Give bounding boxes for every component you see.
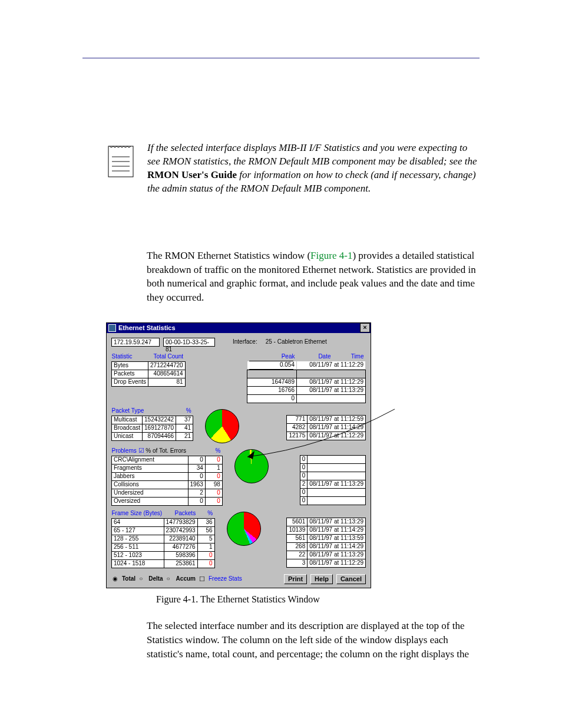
peak-table-stats: Peak Date Time % Load 0.054 0.05408/11/9… — [247, 353, 366, 403]
cancel-button[interactable]: Cancel — [336, 574, 366, 584]
radio-accum-label: Accum — [176, 576, 196, 582]
figure-4-1: Ethernet Statistics × 172.19.59.247 00-0… — [106, 322, 480, 605]
table-row: 0 — [300, 488, 365, 496]
table-row: 0 — [300, 455, 365, 463]
note-icon — [106, 141, 135, 196]
table-row: Broadcast16912787041 — [112, 424, 193, 432]
table-row: 512 - 10235983960 — [112, 551, 215, 559]
table-row: 1676608/11/97 at 11:13:29 — [247, 386, 366, 394]
stat-hdr-a: Statistic — [112, 353, 148, 362]
peak-table-frames: 560108/11/97 at 11:13:29 1013908/11/97 a… — [286, 509, 366, 568]
table-row: 6414779382936 — [112, 518, 215, 526]
note-part1: If the selected interface displays MIB-I… — [147, 142, 477, 167]
table-row: 308/11/97 at 11:12:29 — [287, 559, 366, 567]
pct-hdr: % — [176, 407, 193, 416]
figure-caption: Figure 4-1. The Ethernet Statistics Wind… — [106, 594, 370, 605]
packet-type-table: Packet Type % Multicast15243224237 Broad… — [111, 407, 193, 441]
table-row: 77108/11/97 at 11:12:59 — [287, 415, 366, 423]
freeze-stats-checkbox[interactable] — [199, 576, 205, 582]
pct-hdr: % — [205, 447, 222, 456]
table-row: Undersized20 — [112, 489, 223, 497]
note-bold: RMON User's Guide — [147, 169, 237, 180]
peak-table-probs: 0 0 0 208/11/97 at 11:13:29 0 0 — [300, 447, 366, 505]
table-row: Oversized00 — [112, 497, 223, 505]
print-button[interactable]: Print — [284, 574, 307, 584]
pct-errors-checkbox[interactable]: ☑ — [138, 447, 144, 454]
table-row: Packets408654614 — [112, 370, 186, 378]
table-row: 26808/11/97 at 11:14:29 — [287, 542, 366, 551]
table-row: 428208/11/97 at 11:14:29 — [287, 423, 366, 431]
table-row: 1024 - 15182538610 — [112, 559, 215, 568]
para1-pre: The RMON Ethernet Statistics window ( — [147, 250, 310, 261]
address-row: 172.19.59.247 00-00-1D-33-25-81 Interfac… — [111, 338, 366, 347]
note-text: If the selected interface displays MIB-I… — [147, 141, 480, 196]
table-row: 1217508/11/97 at 11:12:29 — [287, 431, 366, 440]
date-hdr: Date — [297, 353, 333, 361]
table-row: 560108/11/97 at 11:13:29 — [287, 518, 366, 526]
table-row: Bytes2712244720 — [112, 361, 186, 370]
table-row: 0 — [300, 472, 365, 480]
note-block: If the selected interface displays MIB-I… — [106, 141, 480, 196]
table-row: Fragments341 — [112, 464, 223, 472]
fs-hdr-b: Packets — [164, 509, 197, 519]
frame-size-table: Frame Size (Bytes) Packets % 64147793829… — [111, 509, 215, 568]
table-row: 0 — [300, 463, 365, 472]
radio-total[interactable] — [113, 576, 118, 582]
ethernet-statistics-window: Ethernet Statistics × 172.19.59.247 00-0… — [106, 322, 371, 588]
peak-hdr: Peak — [247, 353, 297, 361]
help-button[interactable]: Help — [310, 574, 333, 584]
titlebar: Ethernet Statistics × — [107, 323, 371, 333]
window-title: Ethernet Statistics — [118, 325, 176, 331]
header-rule — [82, 58, 480, 58]
page: If the selected interface displays MIB-I… — [0, 0, 562, 728]
table-row: 1013908/11/97 at 11:14:29 — [287, 526, 366, 534]
interface-value: 25 - Cabletron Ethernet — [266, 339, 327, 345]
problems-pie-icon — [234, 449, 269, 483]
radio-total-label: Total — [122, 576, 135, 582]
time-hdr: Time — [333, 353, 366, 361]
stat-hdr-b: Total Count — [148, 353, 186, 362]
table-row: Drop Events81 — [112, 378, 186, 386]
close-icon[interactable]: × — [360, 323, 370, 332]
problems-table: Problems ☑ % of Tot. Errors % CRC\Alignm… — [111, 447, 223, 506]
fs-hdr-a: Frame Size (Bytes) — [112, 509, 164, 519]
interface-label: Interface: — [233, 339, 257, 345]
table-row: Multicast15243224237 — [112, 416, 193, 424]
table-row: 256 - 51146772761 — [112, 543, 215, 551]
fs-hdr-c: % — [197, 509, 214, 519]
radio-delta-label: Delta — [148, 576, 163, 582]
table-row: 0.05408/11/97 at 11:12:29 — [247, 361, 366, 369]
frame-size-pie-icon — [227, 512, 261, 546]
bottom-bar: Total Delta Accum Freeze Stats Print Hel… — [111, 573, 366, 584]
table-row: 56108/11/97 at 11:13:59 — [287, 534, 366, 542]
table-row: 0 — [300, 496, 365, 505]
statistic-table: Statistic Total Count Bytes2712244720 Pa… — [111, 353, 186, 387]
ip-field: 172.19.59.247 — [111, 338, 160, 347]
intro-paragraph: The RMON Ethernet Statistics window (Fig… — [147, 249, 480, 305]
problems-hdr: Problems ☑ % of Tot. Errors — [112, 447, 189, 456]
packet-type-pie-icon — [205, 409, 239, 443]
panel: 172.19.59.247 00-00-1D-33-25-81 Interfac… — [107, 333, 371, 588]
table-row: CRC\Alignment00 — [112, 456, 223, 464]
table-row: 164748908/11/97 at 11:12:29 — [247, 378, 366, 386]
table-row: 128 - 255223891405 — [112, 535, 215, 543]
freeze-stats-label: Freeze Stats — [209, 576, 242, 582]
table-row: 0 — [247, 394, 366, 403]
radio-delta[interactable] — [139, 576, 145, 582]
figure-ref-link[interactable]: Figure 4-1 — [310, 250, 352, 261]
mac-field: 00-00-1D-33-25-81 — [163, 338, 215, 347]
sys-icon — [108, 324, 116, 332]
table-row: Jabbers00 — [112, 472, 223, 480]
table-row: 2208/11/97 at 11:13:29 — [287, 551, 366, 559]
packet-type-hdr: Packet Type — [112, 407, 176, 416]
table-row: Unicast8709446621 — [112, 432, 193, 440]
radio-accum[interactable] — [167, 576, 173, 582]
table-row: 65 - 12723074299356 — [112, 526, 215, 535]
following-paragraph: The selected interface number and its de… — [147, 619, 480, 661]
table-row: 208/11/97 at 11:13:29 — [300, 480, 365, 488]
table-row: Collisions196398 — [112, 480, 223, 489]
peak-table-pkts: 77108/11/97 at 11:12:59 428208/11/97 at … — [286, 407, 366, 440]
